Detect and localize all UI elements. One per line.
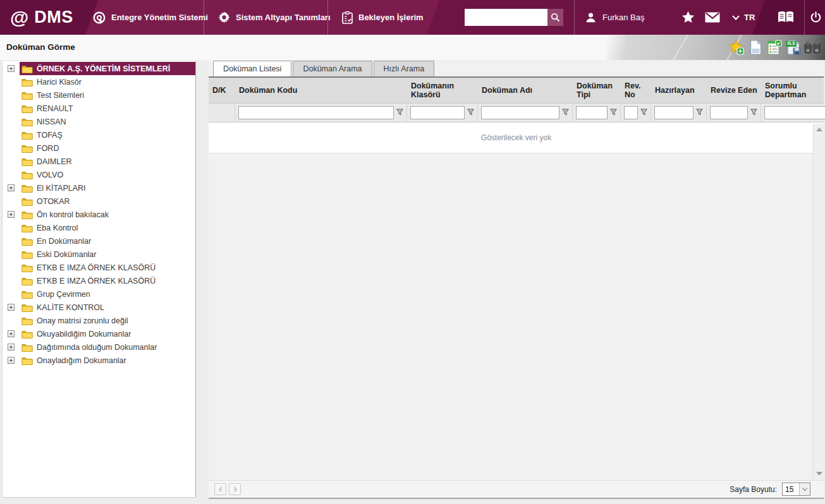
- search-button[interactable]: [547, 9, 563, 26]
- column-header[interactable]: Revize Eden: [707, 78, 761, 103]
- tree-item[interactable]: RENAULT: [3, 102, 195, 115]
- logout-button[interactable]: [810, 0, 822, 35]
- tree-item[interactable]: NISSAN: [3, 115, 195, 128]
- app-logo[interactable]: @ DMS: [10, 0, 73, 35]
- tree-gutter: [3, 92, 20, 99]
- filter-cell: [478, 104, 573, 122]
- filter-input[interactable]: [576, 106, 608, 119]
- global-search-input[interactable]: [465, 9, 547, 26]
- document-report-button[interactable]: [766, 39, 783, 56]
- column-header[interactable]: D/K: [209, 78, 235, 103]
- new-document-button[interactable]: [747, 39, 764, 56]
- tree-item[interactable]: Eski Dokümanlar: [3, 248, 195, 261]
- tree-item[interactable]: Onayladığım Dokumanlar: [3, 354, 195, 367]
- tab-dokuman-arama[interactable]: Doküman Arama: [293, 61, 372, 76]
- column-header[interactable]: Rev. No: [621, 78, 651, 103]
- tree-item[interactable]: Okuyabildiğim Dokumanlar: [3, 327, 195, 340]
- qdms-circle-icon: [93, 11, 106, 24]
- tab-dokuman-listesi[interactable]: Doküman Listesi: [213, 61, 291, 76]
- tree-gutter: [3, 78, 20, 85]
- expand-icon[interactable]: [8, 184, 15, 191]
- tree-gutter: [3, 131, 20, 138]
- filter-funnel-icon[interactable]: [396, 107, 403, 119]
- filter-funnel-icon[interactable]: [467, 107, 474, 119]
- column-header[interactable]: Doküman Kodu: [235, 78, 407, 103]
- tree-item[interactable]: Ön kontrol bakılacak: [3, 208, 195, 221]
- tree-item[interactable]: FORD: [3, 141, 195, 155]
- scroll-up-arrow-icon[interactable]: [816, 128, 822, 131]
- next-page-button[interactable]: [229, 483, 241, 495]
- filter-funnel-icon[interactable]: [750, 107, 757, 119]
- column-header[interactable]: Doküman Adı: [478, 78, 573, 103]
- expand-icon[interactable]: [8, 344, 15, 351]
- tree-item[interactable]: VOLVO: [3, 168, 195, 181]
- page-size-select[interactable]: 15: [782, 483, 810, 496]
- tree-gutter: [3, 171, 20, 178]
- tree-item[interactable]: Harici Klasör: [3, 75, 195, 88]
- folder-icon: [21, 144, 33, 153]
- filter-funnel-icon[interactable]: [640, 107, 647, 119]
- scroll-down-arrow-icon[interactable]: [816, 472, 822, 476]
- filter-input[interactable]: [710, 106, 748, 119]
- add-favorite-button[interactable]: [728, 39, 745, 56]
- filter-funnel-icon[interactable]: [696, 107, 703, 119]
- tree-gutter: [3, 251, 20, 258]
- mail-button[interactable]: [705, 0, 720, 35]
- tree-item[interactable]: ETKB E IMZA ÖRNEK KLASÖRÜ: [3, 261, 195, 274]
- filter-input[interactable]: [410, 106, 465, 119]
- column-header[interactable]: Dokümanın Klasörü: [407, 78, 478, 103]
- tree-item[interactable]: ETKB E IMZA ÖRNEK KLASÖRÜ: [3, 274, 195, 287]
- tree-item[interactable]: DAIMLER: [3, 155, 195, 168]
- filter-input[interactable]: [238, 106, 394, 119]
- user-menu[interactable]: Furkan Baş: [585, 0, 644, 35]
- tree-item[interactable]: ÖRNEK A.Ş. YÖNETİM SİSTEMLERİ: [3, 62, 195, 75]
- filter-funnel-icon[interactable]: [562, 107, 569, 119]
- language-selector[interactable]: TR: [733, 0, 755, 35]
- expand-icon[interactable]: [8, 330, 15, 337]
- prev-page-button[interactable]: [214, 483, 226, 495]
- tree-item[interactable]: En Dokümanlar: [3, 234, 195, 248]
- filter-input[interactable]: [654, 106, 694, 119]
- tree-item[interactable]: KALİTE KONTROL: [3, 301, 195, 314]
- tree-item[interactable]: Onay matrisi zorunlu değil: [3, 314, 195, 327]
- tree-item[interactable]: Test Sitemleri: [3, 88, 195, 102]
- vertical-scrollbar[interactable]: [813, 124, 824, 479]
- power-icon: [810, 11, 822, 23]
- expand-icon[interactable]: [8, 304, 15, 311]
- filter-input[interactable]: [481, 106, 559, 119]
- folder-icon: [21, 356, 33, 365]
- nav-sistem-altyapi-tanimlari[interactable]: Sistem Altyapı Tanımları: [218, 0, 331, 35]
- user-manual-book-icon: [777, 10, 795, 25]
- expand-icon[interactable]: [8, 211, 15, 218]
- folder-icon: [21, 277, 33, 285]
- chevron-down-icon: [802, 486, 807, 491]
- filter-input[interactable]: [624, 106, 638, 119]
- tab-hizli-arama[interactable]: Hızlı Arama: [374, 61, 435, 76]
- tree-item-label: DAIMLER: [37, 157, 72, 166]
- tree-item[interactable]: Dağıtımında olduğum Dokumanlar: [3, 340, 195, 354]
- column-header[interactable]: Sorumlu Departman: [761, 78, 824, 103]
- favorites-button[interactable]: [681, 0, 695, 35]
- expand-icon[interactable]: [8, 357, 15, 364]
- column-header[interactable]: Doküman Tipi: [573, 78, 621, 103]
- filter-input[interactable]: [764, 106, 825, 119]
- tree-item[interactable]: El KİTAPLARI: [3, 181, 195, 195]
- nav-entegre-yonetim-sistemi[interactable]: Entegre Yönetim Sistemi: [93, 0, 208, 35]
- tree-item[interactable]: OTOKAR: [3, 195, 195, 208]
- tree-item[interactable]: Eba Kontrol: [3, 221, 195, 234]
- tree-item[interactable]: Grup Çevirmen: [3, 287, 195, 301]
- tree-item-label: Eski Dokümanlar: [37, 250, 96, 259]
- binoculars-search-button[interactable]: [804, 39, 821, 56]
- tree-item[interactable]: TOFAŞ: [3, 128, 195, 141]
- filter-funnel-icon[interactable]: [610, 107, 617, 119]
- user-icon: [585, 11, 597, 23]
- column-header[interactable]: Hazırlayan: [651, 78, 707, 103]
- expand-icon[interactable]: [8, 65, 15, 72]
- language-code: TR: [744, 13, 755, 22]
- tree-item-label: Okuyabildiğim Dokumanlar: [37, 330, 131, 339]
- export-xls-button[interactable]: XLS: [785, 39, 802, 56]
- tree-gutter: [3, 344, 20, 351]
- select-dropdown-button[interactable]: [799, 483, 810, 495]
- user-manual-button[interactable]: [777, 0, 795, 35]
- nav-bekleyen-islerim[interactable]: Bekleyen İşlerim: [342, 0, 424, 35]
